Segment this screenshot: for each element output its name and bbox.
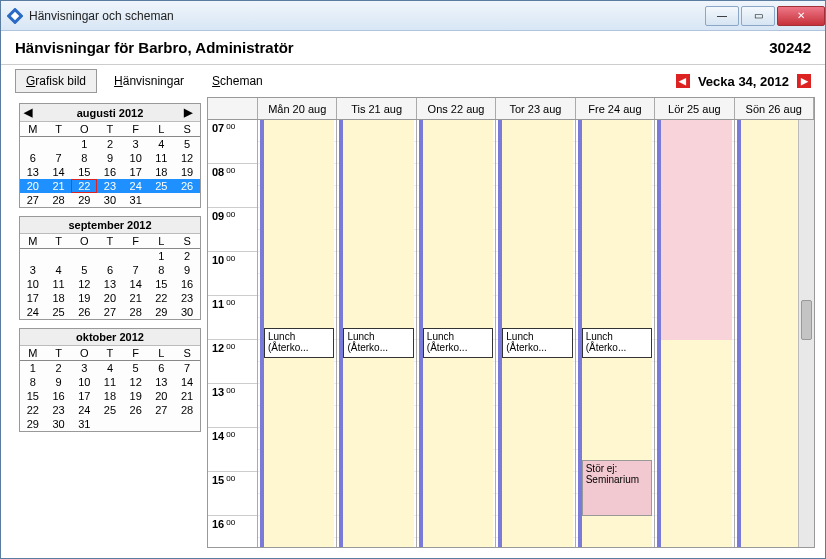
date-cell[interactable]: 12 bbox=[71, 277, 97, 291]
event-seminar[interactable]: Stör ej: Seminarium bbox=[582, 460, 652, 516]
date-cell[interactable]: 6 bbox=[20, 151, 46, 165]
date-cell[interactable]: 4 bbox=[97, 361, 123, 376]
date-cell[interactable] bbox=[174, 417, 200, 431]
date-cell[interactable]: 2 bbox=[174, 249, 200, 264]
date-cell[interactable]: 24 bbox=[20, 305, 46, 319]
date-cell[interactable]: 19 bbox=[174, 165, 200, 179]
next-month-icon[interactable]: ▶ bbox=[184, 106, 196, 119]
date-cell[interactable]: 9 bbox=[97, 151, 123, 165]
date-cell[interactable]: 19 bbox=[71, 291, 97, 305]
day-column[interactable] bbox=[655, 120, 734, 547]
event-lunch[interactable]: Lunch (Återko... bbox=[582, 328, 652, 358]
day-column[interactable]: Lunch (Återko... bbox=[337, 120, 416, 547]
date-cell[interactable]: 17 bbox=[71, 389, 97, 403]
date-cell[interactable]: 8 bbox=[71, 151, 97, 165]
date-cell[interactable]: 18 bbox=[46, 291, 72, 305]
date-cell[interactable]: 9 bbox=[174, 263, 200, 277]
date-cell[interactable]: 8 bbox=[20, 375, 46, 389]
date-cell[interactable]: 26 bbox=[71, 305, 97, 319]
day-column[interactable]: Lunch (Återko... bbox=[496, 120, 575, 547]
date-cell[interactable]: 14 bbox=[123, 277, 149, 291]
date-cell[interactable] bbox=[71, 249, 97, 264]
date-cell[interactable]: 7 bbox=[123, 263, 149, 277]
date-cell[interactable]: 18 bbox=[97, 389, 123, 403]
scrollbar[interactable] bbox=[798, 120, 814, 547]
date-cell[interactable]: 6 bbox=[149, 361, 175, 376]
day-column[interactable]: Lunch (Återko...Stör ej: Seminarium bbox=[576, 120, 655, 547]
date-cell[interactable]: 13 bbox=[20, 165, 46, 179]
date-cell[interactable]: 8 bbox=[149, 263, 175, 277]
date-cell[interactable]: 3 bbox=[71, 361, 97, 376]
date-cell[interactable]: 2 bbox=[46, 361, 72, 376]
date-cell[interactable]: 30 bbox=[46, 417, 72, 431]
date-cell[interactable]: 16 bbox=[174, 277, 200, 291]
date-cell[interactable]: 22 bbox=[149, 291, 175, 305]
date-cell[interactable]: 1 bbox=[20, 361, 46, 376]
prev-month-icon[interactable]: ◀ bbox=[24, 106, 36, 119]
date-cell[interactable]: 22 bbox=[20, 403, 46, 417]
date-cell[interactable]: 21 bbox=[46, 179, 72, 193]
date-cell[interactable]: 9 bbox=[46, 375, 72, 389]
scrollbar-thumb[interactable] bbox=[801, 300, 812, 340]
date-cell[interactable]: 16 bbox=[97, 165, 123, 179]
date-cell[interactable] bbox=[97, 417, 123, 431]
date-cell[interactable]: 27 bbox=[97, 305, 123, 319]
date-cell[interactable]: 24 bbox=[123, 179, 149, 193]
date-cell[interactable]: 11 bbox=[149, 151, 175, 165]
event-lunch[interactable]: Lunch (Återko... bbox=[423, 328, 493, 358]
date-cell[interactable]: 23 bbox=[46, 403, 72, 417]
date-cell[interactable]: 2 bbox=[97, 137, 123, 152]
date-cell[interactable]: 15 bbox=[71, 165, 97, 179]
date-cell[interactable]: 20 bbox=[149, 389, 175, 403]
date-cell[interactable]: 29 bbox=[20, 417, 46, 431]
date-cell[interactable]: 1 bbox=[149, 249, 175, 264]
date-cell[interactable]: 1 bbox=[71, 137, 97, 152]
date-cell[interactable]: 21 bbox=[174, 389, 200, 403]
event-lunch[interactable]: Lunch (Återko... bbox=[502, 328, 572, 358]
date-cell[interactable] bbox=[97, 249, 123, 264]
schedule-grid[interactable]: Mån 20 augTis 21 augOns 22 augTor 23 aug… bbox=[207, 97, 815, 548]
date-cell[interactable]: 25 bbox=[46, 305, 72, 319]
date-cell[interactable]: 23 bbox=[97, 179, 123, 193]
date-cell[interactable]: 7 bbox=[46, 151, 72, 165]
mini-calendar[interactable]: ◀augusti 2012▶MTOTFLS1234567891011121314… bbox=[19, 103, 201, 208]
date-cell[interactable]: 10 bbox=[20, 277, 46, 291]
day-column[interactable]: Lunch (Återko... bbox=[258, 120, 337, 547]
date-cell[interactable]: 19 bbox=[123, 389, 149, 403]
date-cell[interactable]: 20 bbox=[97, 291, 123, 305]
date-cell[interactable]: 10 bbox=[71, 375, 97, 389]
mini-calendar[interactable]: oktober 2012MTOTFLS123456789101112131415… bbox=[19, 328, 201, 432]
titlebar[interactable]: Hänvisningar och scheman — ▭ ✕ bbox=[1, 1, 825, 31]
date-cell[interactable]: 5 bbox=[174, 137, 200, 152]
date-cell[interactable] bbox=[46, 249, 72, 264]
day-column[interactable]: Lunch (Återko... bbox=[417, 120, 496, 547]
prev-week-button[interactable]: ◀ bbox=[676, 74, 690, 88]
date-cell[interactable]: 26 bbox=[174, 179, 200, 193]
date-cell[interactable]: 3 bbox=[20, 263, 46, 277]
date-cell[interactable]: 5 bbox=[123, 361, 149, 376]
date-cell[interactable]: 12 bbox=[123, 375, 149, 389]
event-lunch[interactable]: Lunch (Återko... bbox=[343, 328, 413, 358]
date-cell[interactable]: 21 bbox=[123, 291, 149, 305]
date-cell[interactable]: 17 bbox=[123, 165, 149, 179]
date-cell[interactable]: 4 bbox=[46, 263, 72, 277]
maximize-button[interactable]: ▭ bbox=[741, 6, 775, 26]
date-cell[interactable]: 13 bbox=[97, 277, 123, 291]
close-button[interactable]: ✕ bbox=[777, 6, 825, 26]
date-cell[interactable] bbox=[20, 137, 46, 152]
date-cell[interactable]: 28 bbox=[46, 193, 72, 207]
date-cell[interactable]: 29 bbox=[71, 193, 97, 207]
date-cell[interactable]: 28 bbox=[123, 305, 149, 319]
date-cell[interactable] bbox=[20, 249, 46, 264]
date-cell[interactable]: 29 bbox=[149, 305, 175, 319]
date-cell[interactable] bbox=[46, 137, 72, 152]
date-cell[interactable]: 3 bbox=[123, 137, 149, 152]
date-cell[interactable]: 12 bbox=[174, 151, 200, 165]
tab-hänvisningar[interactable]: Hänvisningar bbox=[103, 69, 195, 93]
date-cell[interactable]: 20 bbox=[20, 179, 46, 193]
date-cell[interactable] bbox=[174, 193, 200, 207]
date-cell[interactable] bbox=[149, 193, 175, 207]
date-cell[interactable]: 23 bbox=[174, 291, 200, 305]
date-cell[interactable]: 31 bbox=[123, 193, 149, 207]
date-cell[interactable]: 27 bbox=[20, 193, 46, 207]
